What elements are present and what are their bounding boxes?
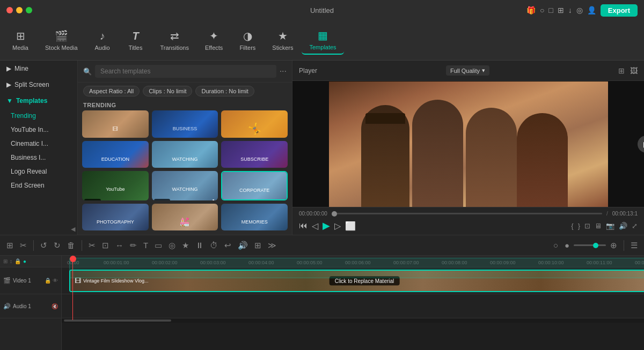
fullscreen-icon[interactable]: ⤢ [632,222,638,230]
timeline-tracks[interactable]: 00:00 00:00:01:00 00:00:02:00 00:00:03:0… [62,256,644,350]
template-corporate[interactable]: CORPORATE 00:35 ⬇ Company Team... [221,171,288,200]
play-next-button[interactable]: ▶ [638,136,644,153]
frame-back-button[interactable]: ◁ [312,221,318,231]
template-characters[interactable]: 🤸 00:07 Characters App... [221,110,288,138]
timeline-scrollbar[interactable] [62,318,644,323]
cut-icon[interactable]: ✂ [86,239,98,252]
brackets-right-icon[interactable]: } [578,222,580,230]
scrollbar-thumb[interactable] [64,319,171,322]
search-input[interactable] [95,65,276,78]
download-icon[interactable]: ↓ [568,6,572,14]
split-icon[interactable]: ⊞ [252,239,264,252]
video-eye-icon[interactable]: 👁 [53,278,58,284]
delete-icon[interactable]: 🗑 [65,239,77,252]
add-track-icon[interactable]: ⊞ [3,258,8,264]
text-icon[interactable]: T [141,239,150,252]
timeline-playhead[interactable] [332,211,337,217]
clips-filter[interactable]: Clips : No limit [143,86,192,96]
snapshot-icon[interactable]: 📷 [606,222,614,230]
volume-icon[interactable]: 🔊 [619,222,627,230]
template-wedding[interactable]: 💒 00:35 Wedding Scen... [152,204,218,231]
stop-button[interactable]: ⬜ [345,221,356,231]
monitor-icon[interactable]: □ [548,6,553,14]
maximize-button[interactable] [26,7,32,13]
audio-mute-icon[interactable]: 🔇 [52,303,58,309]
template-education[interactable]: EDUCATION 00:30 ⬇ Modern Educati... [82,141,149,168]
template-simple[interactable]: WATCHING 00:10 ⬇ Simple ending ... [152,171,218,200]
toolbar-effects[interactable]: ✦ Effects [197,26,230,54]
quality-selector[interactable]: Full Quality ▾ [446,65,489,76]
sticker-tl-icon[interactable]: ★ [180,239,191,252]
zoom-max-icon[interactable]: ⊕ [608,239,619,252]
sidebar-item-mine[interactable]: ▶ Mine [0,61,77,77]
grid-icon[interactable]: ⊞ [558,6,564,14]
sidebar-sub-cinematic[interactable]: Cinematic I... [0,137,77,151]
playhead[interactable] [72,256,73,320]
more-options-icon[interactable]: ··· [280,66,287,76]
frame-forward-button[interactable]: ▷ [334,221,341,231]
image-icon[interactable]: 🖼 [630,66,638,75]
sidebar-sub-youtube[interactable]: YouTube In... [0,123,77,137]
snap-icon[interactable]: ⊞ [4,239,16,252]
pen-icon[interactable]: ✏ [128,239,139,252]
headphone-icon[interactable]: ◎ [576,6,583,14]
screen-icon[interactable]: 🖥 [595,222,602,230]
freeze-icon[interactable]: ⏸ [193,239,206,252]
sidebar-collapse-btn[interactable]: ◀ [0,224,77,235]
zoom-in-icon[interactable]: ● [562,239,572,252]
redo-icon[interactable]: ↻ [52,239,63,252]
undo-icon[interactable]: ↺ [38,239,49,252]
transform-icon[interactable]: ↔ [113,239,126,252]
sidebar-sub-endscreen[interactable]: End Screen [0,178,77,192]
template-internet[interactable]: BUSINESS 00:24 ⬇ Internet Busine... [152,110,218,138]
avatar-icon[interactable]: 👤 [587,6,596,14]
template-welcome[interactable]: WATCHING 00:25 ⬇ Welcome To M... [152,141,218,168]
template-youtube-game[interactable]: YouTube 00:06 YouTube Game... [82,171,149,200]
lock-icon[interactable]: 🔒 [14,258,21,264]
toolbar-stickers[interactable]: ★ Stickers [265,26,301,54]
template-imaging[interactable]: PHOTOGRAPHY 00:22 Imaging Produc... [82,204,149,231]
skip-back-button[interactable]: ⏮ [299,221,308,230]
crop-tl-icon[interactable]: ⊡ [100,239,111,252]
toolbar-media[interactable]: ⊞ Media [4,26,36,54]
sidebar-sub-business[interactable]: Business I... [0,151,77,165]
speed-icon[interactable]: ⏱ [208,239,220,252]
play-button[interactable]: ▶ [323,220,330,232]
paint-icon[interactable]: ◎ [166,239,178,252]
video-lock-icon[interactable]: 🔒 [45,278,51,284]
close-button[interactable] [6,7,13,13]
zoom-out-icon[interactable]: ○ [551,239,560,252]
sidebar-sub-trending[interactable]: Trending [0,109,77,123]
razor-icon[interactable]: ✂ [18,239,29,252]
crop-icon[interactable]: ⊡ [584,222,590,230]
grid-view-icon[interactable]: ⊞ [618,66,625,75]
record-icon[interactable]: ● [23,258,26,264]
track-mode-icon[interactable]: ↕ [10,258,12,264]
reverse-icon[interactable]: ↩ [222,239,233,252]
template-subscribe[interactable]: SUBSCRIBE 00:05 Subscribe Now [221,141,288,168]
ring-icon[interactable]: ○ [540,6,544,14]
sidebar-item-templates-section[interactable]: ▼ Templates [0,93,77,109]
minimize-button[interactable] [16,7,23,13]
more-tl-icon[interactable]: ≫ [266,239,279,252]
rect-icon[interactable]: ▭ [152,239,164,252]
toolbar-templates[interactable]: ▦ Templates [302,26,343,55]
toolbar-filters[interactable]: ◑ Filters [231,26,264,54]
zoom-slider[interactable] [574,244,606,246]
toolbar-titles[interactable]: T Titles [120,27,152,54]
export-button[interactable]: Export [601,4,638,17]
audio-tl-icon[interactable]: 🔊 [236,239,250,252]
template-memories[interactable]: MEMORIES 00:10 ⬇ Memories Of O... [221,204,288,231]
list-view-icon[interactable]: ☰ [628,239,640,252]
brackets-left-icon[interactable]: { [571,222,573,230]
sidebar-sub-logo[interactable]: Logo Reveal [0,165,77,178]
sidebar-item-split[interactable]: ▶ Split Screen [0,77,77,93]
toolbar-transitions[interactable]: ⇄ Transitions [153,26,196,54]
player-progress-bar[interactable] [332,213,602,214]
template-vintage[interactable]: 🎞 00:13 Vintage Film Sli... [82,110,149,138]
aspect-ratio-filter[interactable]: Aspect Ratio : All [83,86,140,96]
gift-icon[interactable]: 🎁 [526,6,536,14]
toolbar-stock[interactable]: 🎬 Stock Media [38,26,85,54]
toolbar-audio[interactable]: ♪ Audio [86,27,119,54]
duration-filter[interactable]: Duration : No limit [195,86,254,96]
